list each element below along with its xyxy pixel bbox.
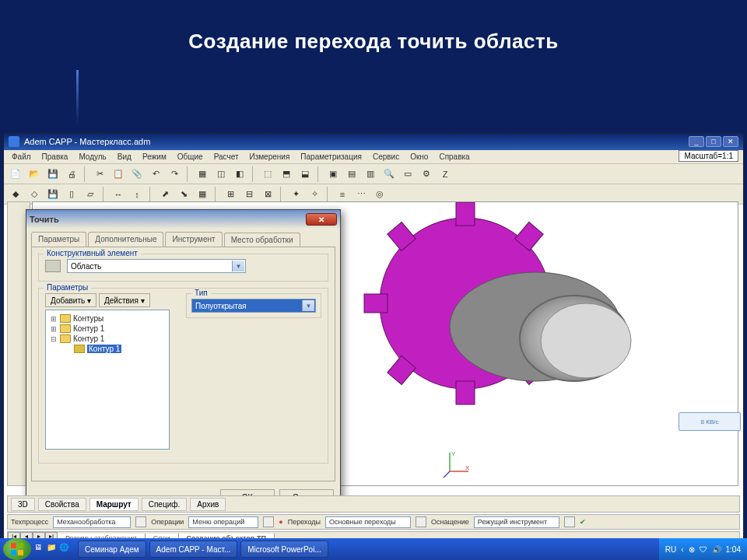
- menu-measure[interactable]: Измерения: [244, 152, 294, 162]
- start-button[interactable]: [3, 538, 31, 560]
- config-icon[interactable]: ⚙: [418, 166, 435, 182]
- chevron-down-icon: ▼: [302, 300, 314, 311]
- close-button[interactable]: ✕: [723, 136, 738, 147]
- menu-calc[interactable]: Расчет: [209, 152, 244, 162]
- z-icon[interactable]: Z: [437, 166, 454, 182]
- cube2-icon[interactable]: ▤: [343, 166, 360, 182]
- btab-3d[interactable]: 3D: [11, 498, 35, 511]
- menu-service[interactable]: Сервис: [368, 152, 404, 162]
- tab-params[interactable]: Параметры: [31, 232, 86, 247]
- type-combo[interactable]: Полуоткрытая ▼: [191, 299, 316, 313]
- fit-icon[interactable]: ▭: [399, 166, 416, 182]
- btab-archive[interactable]: Архив: [190, 498, 226, 511]
- menu-file[interactable]: Файл: [7, 152, 36, 162]
- t2k-icon[interactable]: ⊞: [222, 187, 239, 202]
- tab-tool[interactable]: Инструмент: [165, 232, 222, 247]
- osn-combo[interactable]: Режущий инструмент: [474, 516, 559, 528]
- t2h-icon[interactable]: ⬈: [156, 187, 174, 202]
- ql-icon-1[interactable]: 🖥: [34, 543, 47, 555]
- tool-a-icon[interactable]: ▦: [194, 166, 211, 182]
- oper-combo[interactable]: Меню операций: [188, 516, 258, 528]
- new-icon[interactable]: 📄: [7, 166, 24, 182]
- op-btn-3[interactable]: [416, 516, 426, 527]
- tray-icon[interactable]: ‹: [681, 545, 683, 554]
- t2p-icon[interactable]: ≡: [334, 187, 351, 202]
- add-button[interactable]: Добавить ▾: [45, 293, 96, 307]
- task-2[interactable]: Adem CAPP - Маст...: [149, 541, 238, 558]
- t2d-icon[interactable]: ▯: [63, 187, 80, 202]
- menu-module[interactable]: Модуль: [74, 152, 110, 162]
- t2r-icon[interactable]: ◎: [371, 187, 388, 202]
- zoom-icon[interactable]: 🔍: [381, 166, 398, 182]
- tray-icon[interactable]: ⊗: [689, 545, 695, 554]
- t2c-icon[interactable]: 💾: [44, 187, 61, 202]
- tool-d-icon[interactable]: ⬚: [259, 166, 276, 182]
- menu-general[interactable]: Общие: [173, 152, 208, 162]
- menu-edit[interactable]: Правка: [37, 152, 73, 162]
- minimize-button[interactable]: _: [689, 136, 704, 147]
- t2j-icon[interactable]: ▦: [194, 187, 211, 202]
- tab-place[interactable]: Место обработки: [224, 233, 300, 247]
- tray-icon[interactable]: 🛡: [700, 545, 707, 554]
- menu-help[interactable]: Справка: [434, 152, 474, 162]
- open-icon[interactable]: 📂: [26, 166, 43, 182]
- cut-icon[interactable]: ✂: [91, 166, 108, 182]
- cube3-icon[interactable]: ▥: [362, 166, 379, 182]
- ql-icon-2[interactable]: 📁: [47, 543, 59, 555]
- clock[interactable]: 1:04: [726, 545, 741, 554]
- menu-mode[interactable]: Режим: [138, 152, 171, 162]
- actions-button[interactable]: Действия ▾: [99, 293, 150, 307]
- btab-props[interactable]: Свойства: [38, 498, 86, 511]
- tool-b-icon[interactable]: ◫: [212, 166, 230, 182]
- paste-icon[interactable]: 📎: [128, 166, 146, 182]
- t2m-icon[interactable]: ⊠: [259, 187, 276, 202]
- t2b-icon[interactable]: ◇: [26, 187, 43, 202]
- t2f-icon[interactable]: ↔: [110, 187, 127, 202]
- t2q-icon[interactable]: ⋯: [352, 187, 370, 202]
- task-3[interactable]: Microsoft PowerPoi...: [240, 541, 328, 558]
- copy-icon[interactable]: 📋: [110, 166, 127, 182]
- op-btn-1[interactable]: [135, 516, 146, 527]
- t2e-icon[interactable]: ▱: [82, 187, 99, 202]
- task-1[interactable]: Семинар Адем: [78, 541, 146, 558]
- element-icon[interactable]: [45, 260, 61, 272]
- t2a-icon[interactable]: ◆: [7, 187, 24, 202]
- tray-icon[interactable]: 🔊: [712, 545, 721, 554]
- t2g-icon[interactable]: ↕: [128, 187, 146, 202]
- tool-c-icon[interactable]: ◧: [231, 166, 248, 182]
- techproc-combo[interactable]: Механообработка: [53, 516, 131, 528]
- tree-item[interactable]: ⊞Контуры: [49, 313, 166, 324]
- tree-item[interactable]: ⊞Контур 1: [49, 324, 166, 334]
- op-btn-4[interactable]: [564, 516, 575, 527]
- tree-item[interactable]: ⊟Контур 1: [49, 334, 166, 344]
- t2o-icon[interactable]: ✧: [306, 187, 323, 202]
- ql-icon-3[interactable]: 🌐: [59, 543, 72, 555]
- op-btn-2[interactable]: [263, 516, 274, 527]
- tool-e-icon[interactable]: ⬒: [278, 166, 295, 182]
- cube1-icon[interactable]: ▣: [324, 166, 342, 182]
- menu-view[interactable]: Вид: [113, 152, 136, 162]
- tree-item-selected[interactable]: Контур 1: [63, 344, 166, 354]
- t2l-icon[interactable]: ⊟: [240, 187, 258, 202]
- tool-f-icon[interactable]: ⬓: [296, 166, 314, 182]
- dialog-titlebar[interactable]: Точить ✕: [26, 210, 340, 229]
- dialog-title-text: Точить: [30, 215, 59, 224]
- maximize-button[interactable]: □: [706, 136, 721, 147]
- redo-icon[interactable]: ↷: [166, 166, 183, 182]
- contour-tree[interactable]: ⊞Контуры ⊞Контур 1 ⊟Контур 1 Контур 1: [45, 310, 170, 450]
- dialog-close-button[interactable]: ✕: [306, 213, 337, 226]
- save-icon[interactable]: 💾: [44, 166, 61, 182]
- folder-icon: [60, 324, 71, 333]
- menu-window[interactable]: Окно: [405, 152, 433, 162]
- tab-additional[interactable]: Дополнительные: [88, 232, 163, 247]
- element-combo[interactable]: Область ▼: [67, 259, 246, 273]
- t2n-icon[interactable]: ✦: [287, 187, 304, 202]
- btab-spec[interactable]: Специф.: [142, 498, 188, 511]
- per-combo[interactable]: Основные переходы: [325, 516, 411, 528]
- t2i-icon[interactable]: ⬊: [175, 187, 192, 202]
- undo-icon[interactable]: ↶: [147, 166, 164, 182]
- lang-indicator[interactable]: RU: [665, 545, 676, 554]
- print-icon[interactable]: 🖨: [63, 166, 80, 182]
- menu-param[interactable]: Параметризация: [296, 152, 366, 162]
- btab-route[interactable]: Маршрут: [89, 498, 139, 511]
